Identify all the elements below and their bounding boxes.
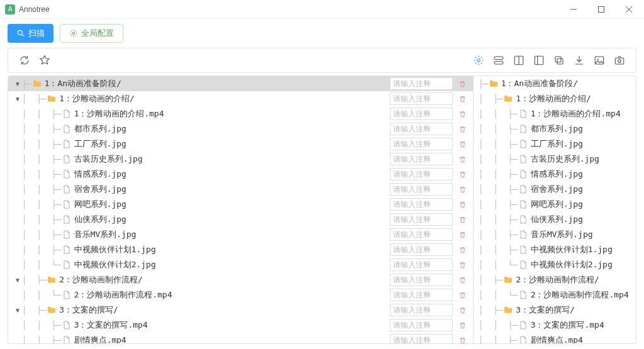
toggle-icon[interactable]: ▼ <box>13 277 22 284</box>
item-label: 剧情爽点.mp4 <box>531 335 636 343</box>
tree-row[interactable]: │ │ ├─都市系列.jpg请输入注释 <box>8 121 473 136</box>
camera-icon <box>614 55 625 66</box>
delete-button[interactable] <box>457 123 468 135</box>
delete-button[interactable] <box>457 184 468 195</box>
item-label: 古装历史系列.jpg <box>531 153 636 165</box>
screenshot-button[interactable] <box>609 50 630 70</box>
annotation-input[interactable]: 请输入注释 <box>390 77 453 90</box>
annotation-input[interactable]: 请输入注释 <box>390 183 453 196</box>
annotation-input[interactable]: 请输入注释 <box>390 258 453 271</box>
window-maximize-button[interactable] <box>587 0 615 19</box>
svg-rect-14 <box>557 58 563 64</box>
delete-button[interactable] <box>457 138 468 150</box>
global-config-button[interactable]: 全局配置 <box>60 24 123 43</box>
tree-row[interactable]: ▼├─1：An动画准备阶段/请输入注释 <box>8 76 473 91</box>
preview-pane[interactable]: ├─1：An动画准备阶段/│ ├─1：沙雕动画的介绍/│ │ ├─1：沙雕动画的… <box>474 76 636 343</box>
tree-row[interactable]: │ │ ├─1：沙雕动画的介绍.mp4请输入注释 <box>8 106 473 121</box>
tree-row[interactable]: ▼│ ├─1：沙雕动画的介绍/请输入注释 <box>8 91 473 106</box>
item-label: 1：沙雕动画的介绍/ <box>59 93 390 104</box>
annotation-input[interactable]: 请输入注释 <box>390 274 453 286</box>
annotation-input[interactable]: 请输入注释 <box>390 243 453 256</box>
annotation-input[interactable]: 请输入注释 <box>390 304 453 316</box>
toggle-icon[interactable]: ▼ <box>13 307 22 314</box>
tree-row[interactable]: ▼│ ├─3：文案的撰写/请输入注释 <box>8 302 473 318</box>
branch-line: ├─ <box>22 79 32 89</box>
scan-button[interactable]: 扫描 <box>8 24 53 43</box>
delete-button[interactable] <box>457 199 468 210</box>
layout-rows-button[interactable] <box>489 50 509 70</box>
delete-button[interactable] <box>457 335 468 343</box>
item-label: 工厂系列.jpg <box>74 138 390 150</box>
delete-button[interactable] <box>457 244 468 255</box>
tree-row[interactable]: │ │ ├─音乐MV系列.jpg请输入注释 <box>8 227 473 242</box>
item-label: 中视频伙伴计划2.jpg <box>531 259 636 270</box>
delete-button[interactable] <box>457 319 468 331</box>
iconbar <box>8 48 636 73</box>
tree-row[interactable]: │ │ ├─网吧系列.jpg请输入注释 <box>8 197 473 212</box>
delete-button[interactable] <box>457 304 468 316</box>
toggle-icon[interactable]: ▼ <box>13 80 22 87</box>
annotation-input[interactable]: 请输入注释 <box>390 228 453 241</box>
tree-row[interactable]: │ │ ├─情感系列.jpg请输入注释 <box>8 167 473 182</box>
tree-row[interactable]: │ │ └─2：沙雕动画制作流程.mp4请输入注释 <box>8 287 473 302</box>
branch-line: │ ├─ <box>479 275 503 285</box>
annotation-input[interactable]: 请输入注释 <box>390 138 453 150</box>
annotation-input[interactable]: 请输入注释 <box>390 108 453 120</box>
window-minimize-button[interactable] <box>560 0 587 19</box>
download-button[interactable] <box>569 50 589 70</box>
window-close-button[interactable] <box>615 0 643 19</box>
annotation-input[interactable]: 请输入注释 <box>390 92 453 105</box>
preview-row: │ │ ├─网吧系列.jpg <box>474 197 636 212</box>
item-label: 2：沙雕动画制作流程.mp4 <box>531 289 636 301</box>
annotation-input[interactable]: 请输入注释 <box>390 319 453 331</box>
tree-row[interactable]: │ │ ├─3：文案的撰写.mp4请输入注释 <box>8 318 473 333</box>
branch-line: │ │ ├─ <box>22 109 62 119</box>
tree-row[interactable]: │ │ ├─工厂系列.jpg请输入注释 <box>8 136 473 152</box>
preview-row: │ │ ├─都市系列.jpg <box>474 121 636 136</box>
delete-button[interactable] <box>457 93 468 104</box>
branch-line: │ │ ├─ <box>479 185 518 194</box>
layout-sidebar-button[interactable] <box>529 50 549 70</box>
tree-row[interactable]: │ │ ├─仙侠系列.jpg请输入注释 <box>8 212 473 227</box>
tree-pane[interactable]: ▼├─1：An动画准备阶段/请输入注释▼│ ├─1：沙雕动画的介绍/请输入注释│… <box>8 76 474 343</box>
delete-button[interactable] <box>457 108 468 119</box>
refresh-button[interactable] <box>14 50 35 70</box>
annotation-input[interactable]: 请输入注释 <box>390 334 453 343</box>
delete-button[interactable] <box>457 274 468 285</box>
svg-point-7 <box>477 59 480 62</box>
branch-line: │ │ ├─ <box>479 321 518 330</box>
image-icon <box>594 55 605 66</box>
tree-row[interactable]: │ │ ├─剧情爽点.mp4请输入注释 <box>8 333 473 343</box>
delete-button[interactable] <box>457 214 468 225</box>
favorite-button[interactable] <box>35 50 55 70</box>
annotation-input[interactable]: 请输入注释 <box>390 168 453 180</box>
delete-button[interactable] <box>457 229 468 240</box>
annotation-input[interactable]: 请输入注释 <box>390 213 453 226</box>
branch-line: │ │ ├─ <box>22 245 62 255</box>
delete-button[interactable] <box>457 169 468 180</box>
refresh-icon <box>19 55 30 66</box>
file-icon <box>62 125 72 133</box>
copy-button[interactable] <box>549 50 569 70</box>
tree-row[interactable]: │ │ ├─古装历史系列.jpg请输入注释 <box>8 152 473 167</box>
item-label: 宿舍系列.jpg <box>531 184 636 195</box>
annotation-input[interactable]: 请输入注释 <box>390 289 453 301</box>
settings-button[interactable] <box>469 50 489 70</box>
delete-button[interactable] <box>457 78 468 89</box>
image-button[interactable] <box>589 50 609 70</box>
branch-line: │ ├─ <box>22 94 47 104</box>
delete-button[interactable] <box>457 289 468 301</box>
tree-row[interactable]: ▼│ ├─2：沙雕动画制作流程/请输入注释 <box>8 272 473 287</box>
tree-row[interactable]: │ │ ├─宿舍系列.jpg请输入注释 <box>8 182 473 197</box>
delete-button[interactable] <box>457 259 468 270</box>
delete-button[interactable] <box>457 153 468 165</box>
annotation-input[interactable]: 请输入注释 <box>390 123 453 135</box>
annotation-input[interactable]: 请输入注释 <box>390 198 453 211</box>
layout-column-button[interactable] <box>509 50 529 70</box>
item-label: 情感系列.jpg <box>531 169 636 180</box>
tree-row[interactable]: │ │ └─中视频伙伴计划2.jpg请输入注释 <box>8 257 473 272</box>
toggle-icon[interactable]: ▼ <box>13 96 22 102</box>
tree-row[interactable]: │ │ ├─中视频伙伴计划1.jpg请输入注释 <box>8 242 473 257</box>
annotation-input[interactable]: 请输入注释 <box>390 153 453 165</box>
file-icon <box>62 140 72 148</box>
